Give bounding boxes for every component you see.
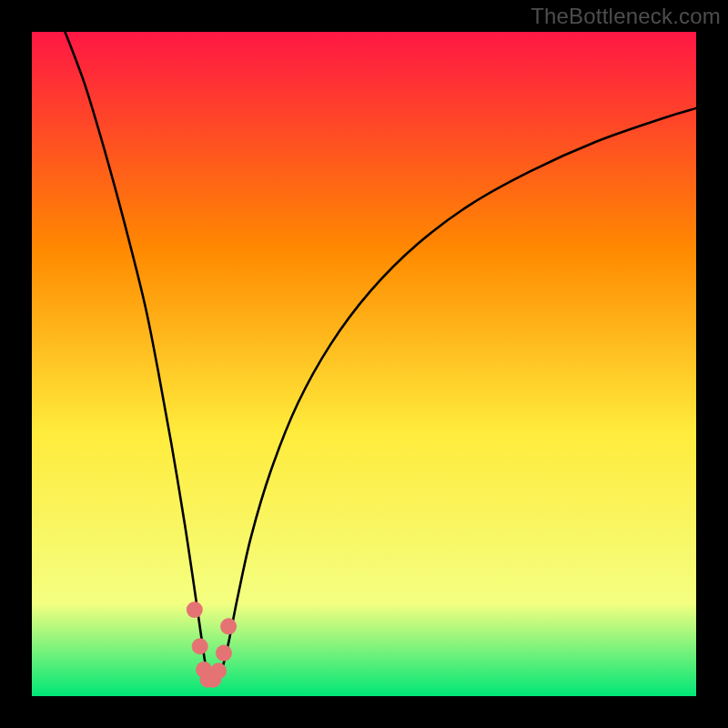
chart-frame: TheBottleneck.com xyxy=(0,0,728,728)
trough-point xyxy=(220,618,237,634)
trough-point xyxy=(192,638,208,654)
watermark-text: TheBottleneck.com xyxy=(531,4,721,29)
plot-area xyxy=(32,32,696,696)
trough-point xyxy=(216,645,232,662)
gradient-background xyxy=(32,32,696,696)
trough-point xyxy=(187,602,203,618)
trough-point xyxy=(210,662,227,679)
bottleneck-chart xyxy=(32,32,696,696)
